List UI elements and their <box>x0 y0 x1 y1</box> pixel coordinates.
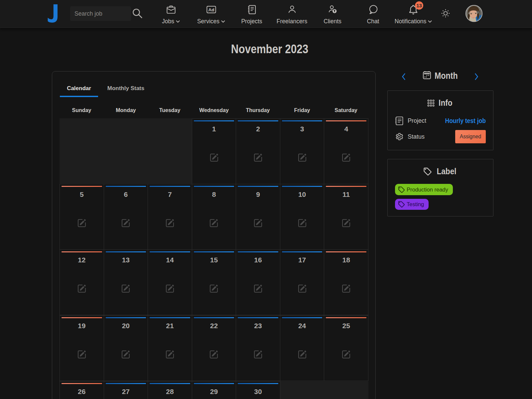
svg-text:Ad: Ad <box>208 7 214 12</box>
